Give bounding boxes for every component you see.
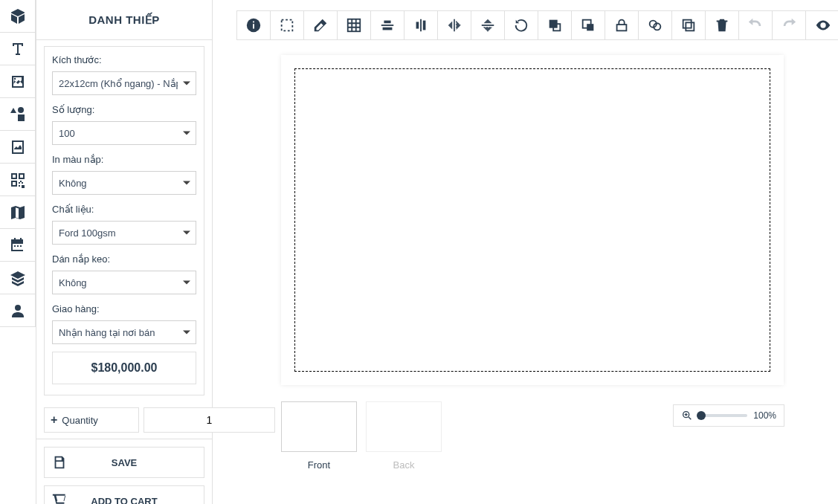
svg-rect-25 <box>686 22 694 30</box>
tool-calendar[interactable] <box>0 229 36 262</box>
toolbar-group[interactable] <box>639 11 672 39</box>
shapes-icon <box>9 106 27 123</box>
flip-horizontal-icon <box>446 17 462 33</box>
svg-rect-8 <box>253 24 254 28</box>
redo-icon <box>781 17 797 33</box>
quantity-label: Số lượng: <box>52 104 196 115</box>
tool-layers[interactable] <box>0 262 36 294</box>
svg-point-0 <box>14 77 16 80</box>
tool-product[interactable] <box>0 0 36 33</box>
glueflap-label: Dán nắp keo: <box>52 253 196 265</box>
save-button[interactable]: SAVE <box>44 447 204 478</box>
tool-qrcode[interactable] <box>0 164 36 196</box>
bring-front-icon <box>547 17 563 33</box>
page-thumbnails: Front Back <box>281 401 442 471</box>
toolbar-erase[interactable] <box>304 11 338 39</box>
cart-icon <box>45 486 74 504</box>
toolbar-preview[interactable] <box>806 11 838 39</box>
toolbar-rotate[interactable] <box>505 11 538 39</box>
zoom-value: 100% <box>753 410 776 421</box>
tool-user[interactable] <box>0 294 36 327</box>
tool-clipart[interactable] <box>0 131 36 164</box>
toolbar-delete[interactable] <box>706 11 739 39</box>
toolbar-lock[interactable] <box>605 11 639 39</box>
svg-rect-15 <box>420 19 422 32</box>
delivery-select[interactable] <box>52 320 196 344</box>
align-horizontal-icon <box>379 17 396 33</box>
quantity-select[interactable] <box>52 121 196 145</box>
svg-rect-22 <box>617 25 627 30</box>
zoom-slider[interactable] <box>699 414 747 417</box>
material-label: Chất liệu: <box>52 204 196 215</box>
toolbar-bring-front[interactable] <box>538 11 572 39</box>
price-display: $180,000.00 <box>52 352 196 384</box>
lock-icon <box>613 17 630 33</box>
svg-rect-17 <box>423 21 426 30</box>
align-vertical-icon <box>413 17 429 33</box>
toolbar-duplicate[interactable] <box>672 11 706 39</box>
image-icon <box>9 73 27 91</box>
calendar-icon <box>9 236 27 254</box>
zoom-slider-handle[interactable] <box>697 411 706 420</box>
canvas-safe-area <box>294 68 770 372</box>
group-icon <box>647 17 663 33</box>
svg-rect-9 <box>253 22 254 23</box>
save-button-label: SAVE <box>74 457 204 468</box>
svg-marker-1 <box>10 108 16 113</box>
printflap-select[interactable] <box>52 171 196 195</box>
toolbar-undo[interactable] <box>739 11 773 39</box>
toolbar-grid[interactable] <box>338 11 371 39</box>
marquee-icon <box>279 17 295 33</box>
toolbar-redo[interactable] <box>773 11 806 39</box>
toolbar-select[interactable] <box>271 11 304 39</box>
tool-shapes[interactable] <box>0 98 36 131</box>
quantity-input[interactable] <box>144 407 275 433</box>
svg-rect-2 <box>18 114 25 121</box>
thumb-front-label: Front <box>308 459 330 471</box>
qrcode-icon <box>9 171 27 189</box>
tool-text[interactable] <box>0 33 36 65</box>
info-icon <box>245 17 262 33</box>
grid-icon <box>346 17 362 33</box>
tool-image[interactable] <box>0 65 36 98</box>
glueflap-select[interactable] <box>52 271 196 294</box>
box-icon <box>9 7 27 25</box>
add-to-cart-button[interactable]: ADD TO CART <box>44 485 204 504</box>
toolbar-send-back[interactable] <box>572 11 605 39</box>
thumb-front-preview <box>281 401 357 452</box>
material-select[interactable] <box>52 221 196 245</box>
text-icon <box>9 40 27 58</box>
quantity-increase-button[interactable]: + Quantity <box>44 407 139 433</box>
svg-rect-14 <box>383 28 393 30</box>
zoom-control[interactable]: 100% <box>673 404 784 427</box>
thumb-back-preview <box>366 401 442 452</box>
svg-point-3 <box>18 107 24 113</box>
canvas-toolbar <box>236 10 838 40</box>
toolbar-flip-h[interactable] <box>438 11 471 39</box>
album-icon <box>9 138 27 156</box>
svg-rect-16 <box>416 22 419 28</box>
save-icon <box>45 448 74 477</box>
printflap-label: In màu nắp: <box>52 154 196 165</box>
tool-map[interactable] <box>0 196 36 229</box>
toolbar-info[interactable] <box>237 11 271 39</box>
design-canvas[interactable] <box>281 55 784 385</box>
layers-icon <box>9 269 27 287</box>
size-select[interactable] <box>52 71 196 95</box>
sidebar-actions: SAVE ADD TO CART <box>36 439 212 504</box>
options-panel: Kích thước: Số lượng: In màu nắp: Chất l… <box>36 40 212 401</box>
toolbar-align-h[interactable] <box>371 11 405 39</box>
thumb-back[interactable]: Back <box>366 401 442 471</box>
svg-rect-12 <box>381 25 394 26</box>
map-icon <box>9 204 27 222</box>
send-back-icon <box>580 17 596 33</box>
flip-vertical-icon <box>480 17 496 33</box>
toolbar-flip-v[interactable] <box>471 11 505 39</box>
svg-point-27 <box>822 24 825 27</box>
add-to-cart-label: ADD TO CART <box>74 496 204 505</box>
tool-strip <box>0 0 36 327</box>
plus-icon: + <box>51 413 57 427</box>
thumb-front[interactable]: Front <box>281 401 357 471</box>
toolbar-align-v[interactable] <box>405 11 438 39</box>
size-label: Kích thước: <box>52 54 196 65</box>
